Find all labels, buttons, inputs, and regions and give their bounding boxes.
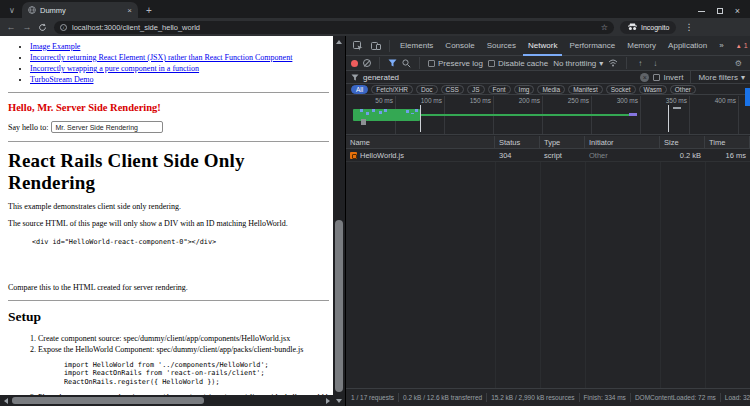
reload-icon[interactable] [38, 23, 48, 32]
record-network-log-icon[interactable] [351, 60, 358, 67]
bookmark-star-icon[interactable]: ☆ [601, 23, 608, 32]
request-dot [384, 109, 387, 112]
throttling-dropdown[interactable]: No throttling ▾ [553, 59, 603, 68]
domcontentloaded-marker [420, 105, 421, 132]
horizontal-scrollbar-thumb[interactable] [12, 397, 204, 404]
network-filter-bar: generated × Invert More filters ▾ [346, 71, 750, 84]
scroll-right-icon[interactable] [322, 395, 333, 406]
browser-menu-icon[interactable]: ⋮ [682, 22, 695, 32]
chip-manifest[interactable]: Manifest [568, 85, 603, 94]
chip-font[interactable]: Font [488, 85, 511, 94]
network-settings-icon[interactable]: ⚙ [732, 59, 745, 68]
window-controls: × [698, 8, 750, 18]
load-time: Load: 326 ms [725, 394, 750, 401]
chip-fetch-xhr[interactable]: Fetch/XHR [371, 85, 413, 94]
minimize-icon[interactable] [698, 11, 705, 12]
filter-toggle-icon[interactable] [388, 59, 397, 67]
tab-close-icon[interactable]: × [127, 6, 132, 15]
inspect-element-icon[interactable] [350, 41, 366, 51]
request-dot [360, 109, 363, 112]
search-icon[interactable] [402, 59, 411, 68]
domcontentloaded-time: DOMContentLoaded: 72 ms [635, 394, 716, 401]
scroll-up-icon[interactable] [333, 36, 345, 47]
requests-count: 1 / 17 requests [351, 394, 394, 401]
request-dot [379, 111, 382, 114]
col-header-name[interactable]: Name [346, 136, 495, 148]
window-close-icon[interactable]: × [735, 8, 740, 14]
say-hello-label: Say hello to: [8, 123, 48, 132]
tab-application[interactable]: Application [663, 36, 712, 56]
link-image-example[interactable]: Image Example [30, 42, 80, 51]
chip-wasm[interactable]: Wasm [639, 85, 667, 94]
tab-sources[interactable]: Sources [482, 36, 521, 56]
vertical-scrollbar-thumb[interactable] [335, 220, 343, 392]
invert-filter-checkbox[interactable]: Invert [653, 73, 683, 82]
more-tabs-icon[interactable]: » [714, 36, 728, 56]
address-bar[interactable]: i localhost:3000/client_side_hello_world… [54, 21, 614, 34]
tab-memory[interactable]: Memory [622, 36, 661, 56]
col-header-initiator[interactable]: Initiator [585, 136, 660, 148]
page-title: React Rails Client Side Only Rendering [8, 150, 329, 194]
vertical-scrollbar[interactable] [333, 36, 345, 406]
disable-cache-checkbox[interactable]: Disable cache [488, 59, 548, 68]
network-conditions-icon[interactable] [608, 59, 618, 67]
console-errors-badge[interactable]: ▲ 1 [733, 42, 750, 49]
tab-network[interactable]: Network [523, 36, 562, 56]
preserve-log-checkbox[interactable]: Preserve log [428, 59, 483, 68]
table-empty-area [346, 162, 750, 388]
divider [8, 92, 329, 93]
request-status: 304 [495, 149, 540, 161]
col-header-time[interactable]: Time [705, 136, 750, 148]
browser-tab-dummy[interactable]: Dummy × [22, 2, 138, 18]
tab-elements[interactable]: Elements [395, 36, 438, 56]
network-overview-timeline[interactable]: 50 ms 100 ms 150 ms 200 ms 250 ms 300 ms… [346, 96, 750, 135]
link-turbostream-demo[interactable]: TurboStream Demo [30, 75, 93, 84]
demo-link-list: Image Example Incorrectly returning Reac… [8, 41, 329, 85]
clear-filter-icon[interactable]: × [640, 73, 649, 82]
import-har-icon[interactable]: ↑ [635, 59, 645, 68]
name-input[interactable]: Mr. Server Side Rendering [51, 121, 163, 133]
restore-icon[interactable] [717, 8, 723, 14]
chip-other[interactable]: Other [670, 85, 696, 94]
tab-search-chevron-icon[interactable]: ∨ [4, 4, 20, 17]
link-incorrect-wrapping[interactable]: Incorrectly wrapping a pure component in… [30, 64, 199, 73]
tab-performance[interactable]: Performance [564, 36, 620, 56]
list-item: Incorrectly wrapping a pure component in… [30, 63, 329, 74]
horizontal-scrollbar[interactable] [0, 395, 333, 406]
chip-img[interactable]: Img [514, 85, 535, 94]
request-row-helloworld[interactable]: HelloWorld.js 304 script Other 0.2 kB 16… [346, 149, 750, 162]
tab-console[interactable]: Console [440, 36, 479, 56]
checkbox-icon [653, 74, 660, 81]
setup-heading: Setup [8, 309, 329, 325]
site-info-icon[interactable]: i [60, 24, 67, 31]
list-item: Incorrectly returning React Element (JSX… [30, 52, 329, 63]
chevron-down-icon: ▾ [741, 73, 745, 82]
scroll-left-icon[interactable] [0, 395, 11, 406]
chip-css[interactable]: CSS [441, 85, 464, 94]
clear-network-log-icon[interactable] [363, 59, 371, 67]
filter-input[interactable]: generated [351, 73, 636, 82]
request-dot [406, 110, 409, 113]
col-header-type[interactable]: Type [540, 136, 585, 148]
chip-socket[interactable]: Socket [606, 85, 636, 94]
forward-icon[interactable]: → [22, 22, 32, 32]
col-header-status[interactable]: Status [495, 136, 540, 148]
url-text[interactable]: localhost:3000/client_side_hello_world [72, 23, 596, 32]
new-tab-button[interactable]: + [142, 3, 156, 17]
col-header-size[interactable]: Size [660, 136, 705, 148]
chip-all[interactable]: All [351, 85, 368, 94]
export-har-icon[interactable]: ↓ [650, 59, 660, 68]
link-incorrect-jsx[interactable]: Incorrectly returning React Element (JSX… [30, 53, 292, 62]
chip-js[interactable]: JS [467, 85, 485, 94]
chip-media[interactable]: Media [537, 85, 565, 94]
more-filters-dropdown[interactable]: More filters ▾ [698, 73, 745, 82]
paragraph: Compare this to the HTML created for ser… [8, 283, 329, 292]
device-toolbar-icon[interactable] [368, 41, 384, 51]
chip-doc[interactable]: Doc [416, 85, 438, 94]
scroll-down-icon[interactable] [333, 395, 345, 406]
back-icon[interactable]: ← [6, 22, 16, 32]
list-item: TurboStream Demo [30, 74, 329, 85]
tab-title: Dummy [40, 6, 66, 15]
tick-label: 400 ms [696, 97, 736, 104]
devtools-tab-bar: Elements Console Sources Network Perform… [346, 36, 750, 56]
